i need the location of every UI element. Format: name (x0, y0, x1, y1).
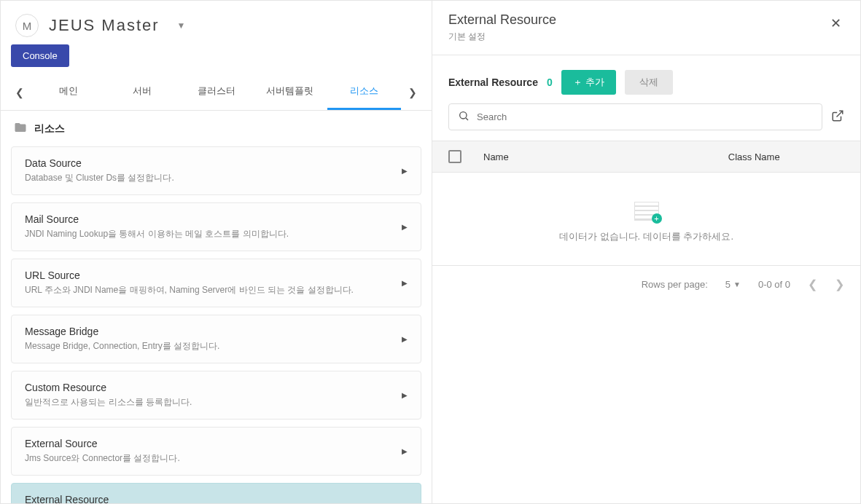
tab-3[interactable]: 서버템플릿 (253, 74, 327, 110)
next-page-icon[interactable]: ❯ (835, 277, 844, 291)
chevron-right-icon: ▶ (402, 447, 408, 455)
resource-item-2[interactable]: URL SourceURL 주소와 JNDI Name을 매핑하여, Namin… (11, 259, 421, 307)
resource-item-3[interactable]: Message BridgeMessage Bridge, Connection… (11, 315, 421, 363)
column-header-class-name[interactable]: Class Name (664, 151, 845, 162)
resource-item-title: External Source (25, 438, 402, 449)
plus-icon: ＋ (573, 76, 583, 89)
resource-item-6[interactable]: External Resource도메인 내에서 사용될 외부 리소스에 대한 … (11, 483, 421, 503)
resource-count-value: 0 (547, 76, 553, 88)
search-box[interactable] (448, 103, 822, 130)
empty-state-icon: + (634, 202, 659, 221)
column-header-name[interactable]: Name (483, 151, 664, 162)
tab-1[interactable]: 서버 (105, 74, 179, 110)
tab-4[interactable]: 리소스 (327, 74, 401, 110)
tab-scroll-left-icon[interactable]: ❮ (8, 79, 31, 106)
delete-button[interactable]: 삭제 (625, 70, 673, 95)
resource-item-desc: 일반적으로 사용되는 리소스를 등록합니다. (25, 396, 402, 409)
page-range: 0-0 of 0 (758, 279, 790, 290)
resource-item-5[interactable]: External SourceJms Source와 Connector를 설정… (11, 427, 421, 476)
prev-page-icon[interactable]: ❮ (808, 277, 817, 291)
add-button[interactable]: ＋ 추가 (561, 70, 616, 95)
resource-count-label: External Resource (448, 76, 538, 88)
tab-scroll-right-icon[interactable]: ❯ (401, 79, 424, 106)
resource-item-desc: JNDI Naming Lookup을 통해서 이용하는 메일 호스트를 의미합… (25, 228, 402, 240)
avatar[interactable]: M (15, 14, 39, 37)
svg-line-1 (466, 118, 468, 120)
folder-icon (14, 121, 27, 136)
resource-item-title: Mail Source (25, 213, 402, 225)
resource-item-title: URL Source (25, 269, 402, 281)
resource-item-desc: Jms Source와 Connector를 설정합니다. (25, 452, 402, 465)
resource-item-title: Data Source (25, 157, 402, 169)
empty-state-text: 데이터가 없습니다. 데이터를 추가하세요. (432, 230, 860, 243)
chevron-right-icon: ▶ (402, 223, 408, 231)
add-button-label: 추가 (585, 76, 604, 89)
resource-item-1[interactable]: Mail SourceJNDI Naming Lookup을 통해서 이용하는 … (11, 202, 421, 251)
chevron-right-icon: ▶ (402, 335, 408, 343)
app-title: JEUS Master (49, 16, 160, 35)
svg-point-0 (460, 112, 467, 119)
caret-down-icon[interactable]: ▼ (177, 20, 186, 31)
resource-item-desc: Message Bridge, Connection, Entry를 설정합니다… (25, 340, 402, 353)
close-icon[interactable]: ✕ (827, 12, 844, 34)
resource-item-0[interactable]: Data SourceDatabase 및 Cluster Ds를 설정합니다.… (11, 146, 421, 195)
console-button[interactable]: Console (11, 44, 69, 67)
search-input[interactable] (477, 111, 813, 122)
resource-item-4[interactable]: Custom Resource일반적으로 사용되는 리소스를 등록합니다.▶ (11, 371, 421, 420)
resource-item-title: External Resource (25, 494, 402, 503)
detail-title: External Resource (448, 12, 556, 28)
chevron-right-icon: ▶ (402, 391, 408, 399)
resource-item-title: Custom Resource (25, 382, 402, 393)
select-all-checkbox[interactable] (448, 150, 461, 163)
chevron-right-icon: ▶ (402, 167, 408, 175)
popout-icon[interactable] (831, 109, 844, 125)
tab-2[interactable]: 클러스터 (179, 74, 253, 110)
resource-item-desc: Database 및 Cluster Ds를 설정합니다. (25, 172, 402, 184)
resource-item-title: Message Bridge (25, 326, 402, 337)
page-size-value: 5 (725, 279, 731, 290)
tab-0[interactable]: 메인 (31, 74, 105, 110)
detail-subtitle: 기본 설정 (448, 31, 556, 43)
resource-section-title: 리소스 (34, 122, 65, 135)
resource-item-desc: URL 주소와 JNDI Name을 매핑하여, Naming Server에 … (25, 284, 402, 296)
caret-down-icon: ▼ (733, 280, 741, 288)
svg-line-2 (837, 111, 843, 117)
page-size-selector[interactable]: 5 ▼ (725, 279, 741, 290)
rows-per-page-label: Rows per page: (642, 279, 708, 290)
search-icon (458, 110, 470, 124)
chevron-right-icon: ▶ (402, 279, 408, 287)
